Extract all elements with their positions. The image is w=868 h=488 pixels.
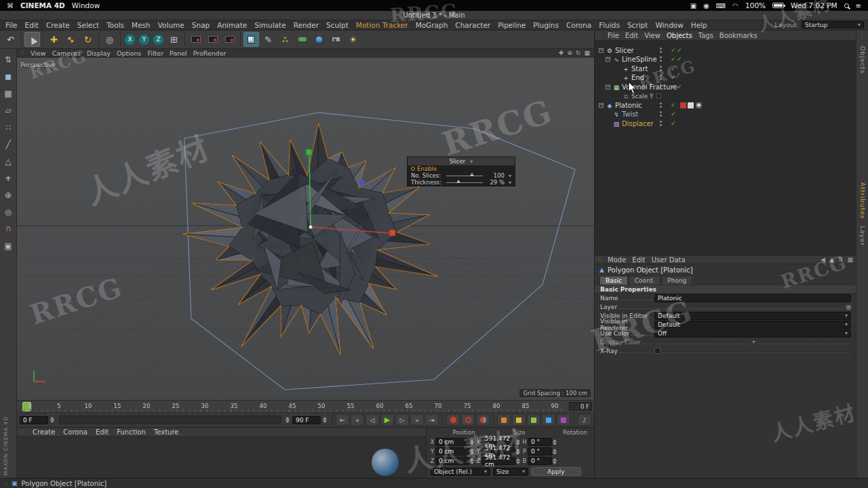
enabled-check-icon[interactable]: ✓ bbox=[677, 56, 682, 62]
mograph-cloner-button[interactable]: ∴ bbox=[277, 32, 293, 47]
switcher-icon[interactable]: ≡ bbox=[856, 2, 861, 9]
menu-pipeline[interactable]: Pipeline bbox=[498, 21, 526, 29]
pen-spline-button[interactable]: ✎ bbox=[260, 32, 276, 47]
size-z-field[interactable]: 591.472 cm bbox=[481, 457, 515, 465]
focus-mode-icon[interactable]: ◉ bbox=[703, 2, 709, 9]
back-arrow-icon[interactable]: ◀ bbox=[821, 256, 825, 263]
timeline-scrollbar[interactable] bbox=[59, 415, 281, 424]
dock-tab-objects[interactable]: Objects bbox=[859, 46, 866, 74]
make-editable-button[interactable]: ⇅ bbox=[1, 53, 16, 66]
render-settings-button[interactable] bbox=[222, 32, 237, 47]
last-tool-used[interactable]: ◎ bbox=[102, 32, 117, 47]
menu-corona[interactable]: Corona bbox=[566, 21, 591, 29]
layer-browser-button[interactable]: ◎ bbox=[846, 304, 851, 310]
texture-tag-icon[interactable] bbox=[680, 102, 686, 108]
hud-slices-row[interactable]: No. Slices: 100 ▾ bbox=[408, 172, 515, 179]
volume-builder-button[interactable] bbox=[294, 32, 310, 47]
basic-properties-section[interactable]: Basic Properties bbox=[595, 285, 856, 293]
stepper[interactable] bbox=[553, 447, 558, 455]
dock-tab-attributes[interactable]: Attributes bbox=[859, 182, 866, 219]
collapse-icon[interactable]: − bbox=[599, 103, 604, 108]
wifi-icon[interactable]: ◠ bbox=[732, 2, 738, 9]
tree-item-end[interactable]: + End ✓ bbox=[595, 73, 856, 82]
record-position-toggle[interactable] bbox=[497, 414, 511, 426]
om-menu-file[interactable]: File bbox=[608, 32, 619, 39]
viewport-solo-button[interactable]: ◎ bbox=[1, 205, 16, 219]
end-frame-stepper[interactable] bbox=[323, 416, 328, 424]
tree-item-twist[interactable]: ↯ Twist ✓ bbox=[595, 110, 856, 119]
use-color-select[interactable]: Off▾ bbox=[654, 329, 851, 338]
visibility-dots[interactable] bbox=[660, 121, 662, 126]
zoom-stepper[interactable] bbox=[285, 416, 291, 424]
thickness-value[interactable]: 29 % bbox=[487, 179, 505, 186]
timeline-ruler[interactable]: 051015202530354045505560657075808590 0 F bbox=[17, 400, 594, 412]
mac-menu-window[interactable]: Window bbox=[72, 1, 100, 9]
vp-menu-cameras[interactable]: Cameras bbox=[52, 49, 81, 57]
next-key-button[interactable]: » bbox=[410, 414, 424, 426]
menu-plugins[interactable]: Plugins bbox=[533, 21, 559, 29]
visibility-dots[interactable] bbox=[660, 84, 662, 89]
stepper[interactable] bbox=[516, 438, 521, 446]
prev-key-button[interactable]: « bbox=[351, 414, 364, 426]
rotation-b-field[interactable]: 0 ° bbox=[528, 457, 552, 465]
viewport-panel[interactable]: ∷ View Cameras Display Options Filter Pa… bbox=[17, 49, 594, 400]
menu-motion-tracker[interactable]: Motion Tracker bbox=[356, 21, 408, 29]
visibility-dots[interactable] bbox=[660, 75, 662, 80]
polygons-mode-button[interactable]: △ bbox=[1, 155, 16, 168]
gizmo-z-handle[interactable] bbox=[359, 180, 365, 186]
playback-sound-button[interactable]: ♪ bbox=[578, 414, 591, 426]
render-view-button[interactable] bbox=[188, 32, 203, 47]
menu-animate[interactable]: Animate bbox=[217, 21, 247, 29]
panel-grip-icon[interactable]: ∷ bbox=[21, 50, 24, 56]
rotation-h-field[interactable]: 0 ° bbox=[528, 438, 552, 446]
menu-render[interactable]: Render bbox=[294, 21, 319, 29]
tree-item-voronoi-fracture[interactable]: − ▦ Voronoi Fracture ✓ ✓ bbox=[595, 83, 856, 92]
play-button[interactable]: ▶ bbox=[380, 414, 394, 426]
visibility-dots[interactable] bbox=[660, 66, 662, 71]
scale-tool[interactable]: ↔ bbox=[63, 32, 79, 47]
om-menu-bookmarks[interactable]: Bookmarks bbox=[719, 32, 757, 39]
keyframe-selection-button[interactable] bbox=[476, 414, 490, 426]
coord-size-select[interactable]: Size▾ bbox=[493, 468, 528, 476]
tree-item-displacer[interactable]: ▨ Displacer ✓ bbox=[595, 119, 856, 128]
position-y-field[interactable]: 0 cm bbox=[435, 447, 469, 455]
workplane-lock-button[interactable]: ▣ bbox=[1, 239, 16, 253]
workplane-mode-button[interactable]: ▱ bbox=[1, 104, 16, 117]
dock-grip-icon[interactable]: ⋮ bbox=[860, 33, 865, 39]
menu-edit[interactable]: Edit bbox=[25, 21, 39, 29]
hud-header[interactable]: Slicer ▾ bbox=[408, 157, 515, 165]
current-frame-display[interactable]: 0 F bbox=[569, 402, 592, 411]
panel-grip-icon[interactable]: ∷ bbox=[598, 257, 601, 263]
record-pla-toggle[interactable] bbox=[557, 414, 570, 426]
enabled-check-icon[interactable]: ✓ bbox=[677, 83, 682, 90]
spinner-icon[interactable]: ▾ bbox=[509, 180, 511, 186]
enabled-check-icon[interactable]: ✓ bbox=[671, 102, 676, 108]
record-scale-toggle[interactable] bbox=[512, 414, 526, 426]
edges-mode-button[interactable]: ╱ bbox=[1, 138, 16, 151]
goto-start-button[interactable]: ⇤ bbox=[336, 414, 349, 426]
mat-menu-function[interactable]: Function bbox=[117, 428, 146, 436]
visible-in-editor-select[interactable]: Default▾ bbox=[654, 312, 851, 320]
end-frame-field[interactable]: 90 F bbox=[292, 416, 321, 424]
tree-item-platonic[interactable]: − ◆ Platonic ✓ ✚ bbox=[595, 101, 856, 110]
stepper[interactable] bbox=[516, 457, 521, 465]
tweak-mode-button[interactable]: + bbox=[1, 171, 16, 185]
tree-item-linespline[interactable]: − ∿ LineSpline ✓ ✓ bbox=[595, 55, 856, 64]
visible-in-renderer-select[interactable]: Default▾ bbox=[654, 321, 851, 329]
add-primitive-button[interactable] bbox=[243, 32, 259, 47]
coordinate-system-button[interactable]: ⊞ bbox=[166, 32, 182, 47]
slices-slider[interactable] bbox=[446, 176, 483, 176]
apply-button[interactable]: Apply bbox=[531, 467, 581, 476]
vp-menu-filter[interactable]: Filter bbox=[148, 49, 164, 57]
light-button[interactable]: ☀ bbox=[345, 32, 361, 47]
axis-cross-icon[interactable]: ✚ bbox=[696, 102, 702, 108]
object-tree[interactable]: − ⚙ Slicer ✓ ✓ − ∿ LineSpline ✓ ✓ + Star… bbox=[595, 41, 856, 255]
om-menu-edit[interactable]: Edit bbox=[625, 32, 638, 39]
viewport-camera-label[interactable]: Perspective bbox=[20, 62, 56, 68]
enabled-check-icon[interactable]: ✓ bbox=[671, 83, 676, 90]
model-mode-button[interactable]: ◼ bbox=[1, 70, 16, 83]
panel-menu-icon[interactable]: ▦ bbox=[847, 256, 853, 263]
menu-select[interactable]: Select bbox=[77, 21, 99, 29]
menu-volume[interactable]: Volume bbox=[158, 21, 184, 29]
stepper[interactable] bbox=[553, 438, 558, 446]
